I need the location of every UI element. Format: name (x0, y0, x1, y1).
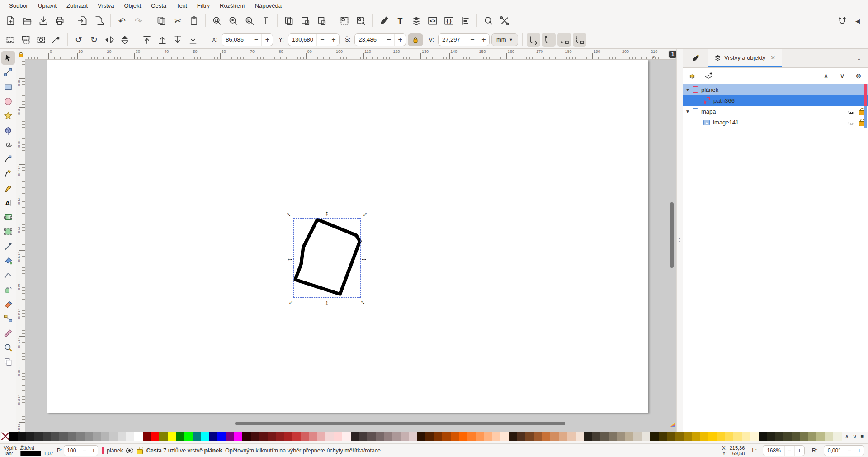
zoom-page-button[interactable] (242, 14, 257, 28)
color-swatch[interactable] (292, 432, 301, 441)
measure-tool[interactable] (1, 326, 15, 340)
text-tool[interactable]: A (1, 196, 15, 209)
color-swatch[interactable] (584, 432, 592, 441)
gradient-tool[interactable] (1, 210, 15, 224)
dropper-tool[interactable] (1, 239, 15, 253)
color-swatch[interactable] (534, 432, 542, 441)
connector-tool[interactable] (1, 312, 15, 325)
color-swatch[interactable] (525, 432, 533, 441)
color-swatch[interactable] (609, 432, 617, 441)
width-decrement[interactable]: − (383, 34, 394, 46)
tweak-tool[interactable] (1, 268, 15, 282)
scale-handle-s[interactable]: ↕ (323, 299, 330, 306)
zoom-tool[interactable] (1, 341, 15, 354)
import-button[interactable] (75, 14, 90, 28)
color-swatch[interactable] (234, 432, 242, 441)
affect-scale-corners-toggle[interactable] (542, 33, 556, 47)
color-swatch[interactable] (284, 432, 292, 441)
unit-selector[interactable]: mm▼ (491, 33, 518, 46)
color-swatch[interactable] (326, 432, 334, 441)
add-layer-button[interactable] (703, 70, 714, 82)
layer-row[interactable]: ▼ path366 (683, 95, 868, 106)
flip-vertical-button[interactable] (118, 33, 132, 47)
color-swatch[interactable] (517, 432, 525, 441)
color-swatch[interactable] (43, 432, 51, 441)
color-swatch[interactable] (101, 432, 109, 441)
pages-tool[interactable] (1, 355, 15, 369)
color-swatch[interactable] (51, 432, 59, 441)
layer-row[interactable]: ▼ plánek (683, 84, 868, 95)
lock-ratio-button[interactable] (408, 33, 423, 46)
opacity-decrement[interactable]: − (80, 446, 89, 456)
color-swatch[interactable] (476, 432, 484, 441)
color-swatch[interactable] (409, 432, 417, 441)
star-tool[interactable] (1, 109, 15, 123)
menu-item[interactable]: Rozšíření (215, 1, 250, 10)
selector-tool[interactable] (1, 51, 15, 65)
height-increment[interactable]: + (478, 34, 489, 46)
xml-editor-button[interactable]: <> (425, 14, 440, 28)
x-increment[interactable]: + (261, 34, 273, 46)
align-distribute-button[interactable] (458, 14, 472, 28)
expander-icon[interactable]: ▼ (685, 87, 693, 92)
select-all-layers-button[interactable] (19, 33, 33, 47)
color-swatch[interactable] (816, 432, 825, 441)
snap-options-button[interactable] (835, 14, 849, 28)
layer-row[interactable]: ▼ mapa (683, 106, 868, 117)
print-button[interactable] (52, 14, 67, 28)
color-swatch[interactable] (367, 432, 375, 441)
color-swatch[interactable] (34, 432, 42, 441)
layer-icon-button[interactable] (686, 70, 698, 82)
color-swatch[interactable] (259, 432, 267, 441)
zoom-page-width-button[interactable] (259, 14, 273, 28)
color-swatch[interactable] (808, 432, 816, 441)
visibility-icon[interactable] (848, 119, 855, 125)
palette-scroll-down[interactable]: ∨ (851, 433, 859, 440)
save-button[interactable] (36, 14, 51, 28)
color-swatch[interactable] (193, 432, 201, 441)
ungroup-button[interactable] (354, 14, 368, 28)
color-swatch[interactable] (825, 432, 833, 441)
color-swatch[interactable] (567, 432, 575, 441)
zoom-drawing-button[interactable] (226, 14, 241, 28)
find-replace-button[interactable] (481, 14, 495, 28)
menu-item[interactable]: Cesta (146, 1, 171, 10)
color-swatch[interactable] (168, 432, 176, 441)
tab-close-icon[interactable]: ✕ (770, 54, 775, 61)
color-swatch[interactable] (767, 432, 775, 441)
color-swatch[interactable] (650, 432, 658, 441)
tab-fill-stroke[interactable] (683, 49, 708, 67)
menu-item[interactable]: Zobrazit (62, 1, 92, 10)
panel-resize-handle[interactable]: ⋮ (676, 49, 683, 432)
color-swatch[interactable] (201, 432, 209, 441)
palette-menu-button[interactable]: ≡ (859, 433, 865, 440)
color-swatch[interactable] (576, 432, 584, 441)
rotation-field[interactable]: 0,00°−+ (824, 445, 864, 456)
eraser-tool[interactable] (1, 297, 15, 311)
flip-horizontal-button[interactable] (103, 33, 116, 47)
preferences-button[interactable] (497, 14, 512, 28)
color-swatch[interactable] (833, 432, 841, 441)
color-swatch[interactable] (725, 432, 733, 441)
color-swatch[interactable] (492, 432, 500, 441)
color-swatch[interactable] (550, 432, 558, 441)
color-swatch[interactable] (276, 432, 284, 441)
rotate-ccw-button[interactable]: ↺ (72, 33, 85, 47)
color-swatch[interactable] (226, 432, 234, 441)
move-up-button[interactable]: ∧ (820, 70, 832, 82)
color-swatch[interactable] (759, 432, 767, 441)
color-managed-icon[interactable] (669, 422, 675, 428)
color-swatch[interactable] (425, 432, 434, 441)
color-swatch[interactable] (792, 432, 800, 441)
paste-button[interactable] (187, 14, 201, 28)
current-layer-name[interactable]: plánek (107, 447, 123, 454)
menu-item[interactable]: Text (172, 1, 192, 10)
color-swatch[interactable] (384, 432, 392, 441)
color-swatch[interactable] (708, 432, 717, 441)
color-swatch[interactable] (509, 432, 517, 441)
spray-tool[interactable] (1, 283, 15, 296)
layers-dialog-button[interactable] (409, 14, 424, 28)
object-properties-button[interactable]: { } (442, 14, 456, 28)
color-swatch[interactable] (342, 432, 350, 441)
mesh-gradient-tool[interactable] (1, 225, 15, 238)
